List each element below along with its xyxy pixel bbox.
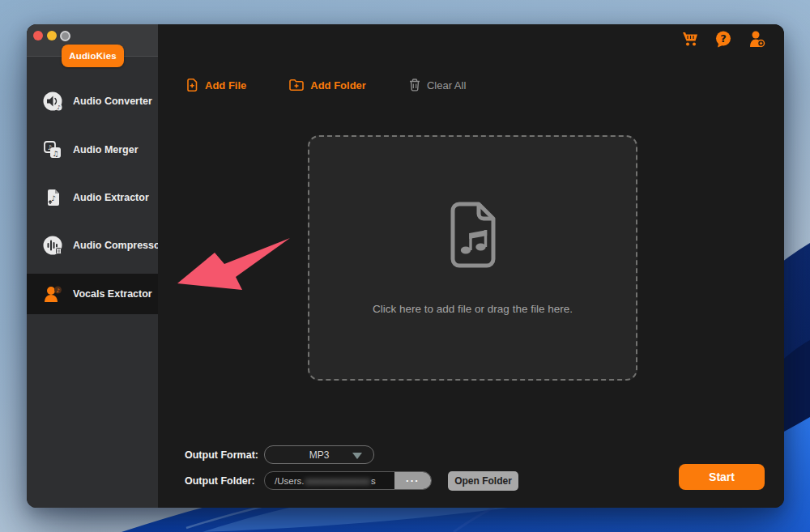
svg-text:♪: ♪ — [57, 104, 60, 111]
redacted-path-segment: xxxxxxxxxxxxxx — [305, 476, 370, 486]
add-file-label: Add File — [205, 79, 246, 92]
minimize-button[interactable] — [47, 31, 57, 40]
svg-text:♪: ♪ — [56, 287, 59, 294]
file-dropzone[interactable]: Click here to add file or drag the file … — [308, 135, 637, 381]
svg-text:♫: ♫ — [52, 150, 58, 158]
cart-icon[interactable] — [681, 30, 699, 48]
sidebar-item-label: Vocals Extractor — [73, 288, 152, 300]
help-icon[interactable]: ? — [714, 30, 732, 48]
toolbar: Add File Add Folder Clear All — [185, 78, 466, 92]
sidebar-item-audio-compressor[interactable]: Audio Compressor — [27, 225, 158, 266]
clear-all-label: Clear All — [427, 79, 466, 92]
waveform-circle-icon — [42, 235, 63, 256]
output-folder-field[interactable]: /Users.xxxxxxxxxxxxxxs ... — [264, 471, 432, 490]
sidebar-item-audio-merger[interactable]: ♪ ♫ Audio Merger — [27, 130, 158, 170]
annotation-arrow — [173, 233, 294, 298]
person-note-icon: ♪ — [42, 283, 63, 304]
file-note-icon: ♪ — [42, 187, 63, 208]
dropzone-hint: Click here to add file or drag the file … — [373, 303, 573, 315]
add-file-button[interactable]: Add File — [185, 78, 246, 92]
folder-plus-icon — [288, 78, 305, 92]
add-account-icon[interactable] — [748, 30, 765, 48]
add-folder-label: Add Folder — [310, 79, 366, 92]
merge-notes-icon: ♪ ♫ — [42, 139, 63, 160]
sidebar-item-label: Audio Compressor — [73, 240, 164, 251]
music-file-icon — [445, 201, 501, 269]
sidebar-item-label: Audio Converter — [73, 96, 152, 107]
output-format-select[interactable]: MP3 — [264, 445, 374, 464]
sidebar: AudioKies ♪ Audio Converter ♪ ♫ Audio Me… — [27, 24, 158, 508]
file-plus-icon — [185, 78, 199, 92]
fullscreen-button[interactable] — [60, 31, 70, 41]
sidebar-item-vocals-extractor[interactable]: ♪ Vocals Extractor — [27, 274, 158, 314]
add-folder-button[interactable]: Add Folder — [288, 78, 366, 92]
chevron-down-icon — [352, 453, 362, 459]
svg-text:♪: ♪ — [51, 194, 56, 202]
close-button[interactable] — [33, 31, 43, 40]
browse-folder-button[interactable]: ... — [394, 472, 431, 489]
output-format-label: Output Format: — [185, 449, 258, 461]
output-folder-label: Output Folder: — [185, 475, 255, 487]
svg-text:?: ? — [720, 32, 727, 45]
sidebar-item-label: Audio Extractor — [73, 192, 149, 203]
speaker-circle-icon: ♪ — [42, 91, 63, 112]
app-logo-badge: AudioKies — [62, 45, 124, 67]
app-window: AudioKies ♪ Audio Converter ♪ ♫ Audio Me… — [27, 24, 784, 508]
start-button[interactable]: Start — [679, 464, 765, 490]
open-folder-button[interactable]: Open Folder — [448, 471, 518, 491]
sidebar-item-label: Audio Merger — [73, 144, 139, 155]
output-folder-path: /Users.xxxxxxxxxxxxxxs — [265, 472, 394, 489]
clear-all-button[interactable]: Clear All — [408, 78, 466, 92]
sidebar-item-audio-converter[interactable]: ♪ Audio Converter — [27, 81, 158, 121]
sidebar-item-audio-extractor[interactable]: ♪ Audio Extractor — [27, 177, 158, 218]
header-icons: ? — [681, 30, 765, 48]
trash-icon — [408, 78, 421, 92]
output-format-value: MP3 — [309, 449, 330, 461]
